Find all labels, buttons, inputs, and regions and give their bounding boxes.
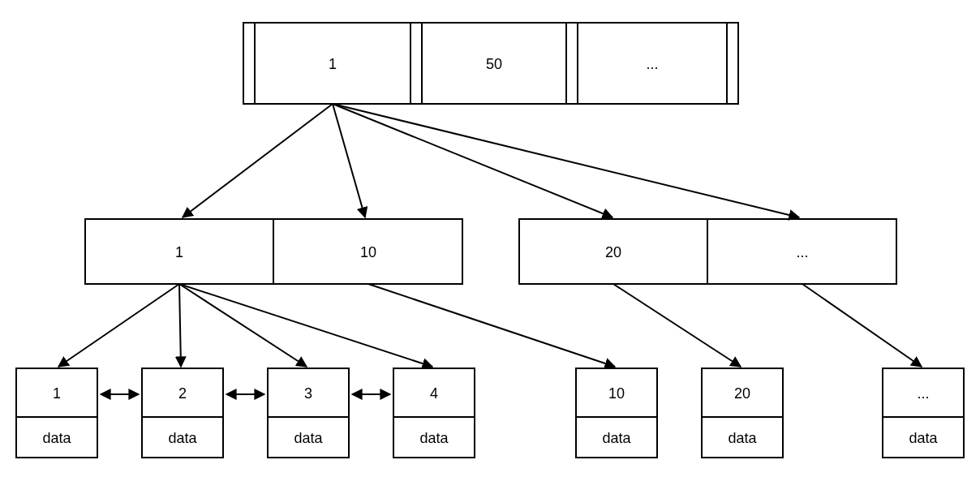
svg-line-29	[333, 104, 799, 217]
mid-right-node: 20 ...	[519, 219, 896, 284]
svg-rect-7	[727, 23, 738, 104]
leaf-1: 2 data	[142, 368, 223, 458]
svg-line-30	[58, 284, 179, 367]
svg-rect-1	[243, 23, 255, 104]
root-cell-1: 50	[486, 56, 502, 72]
leaf-3-data: data	[419, 430, 449, 446]
leaf-4-key: 10	[608, 385, 625, 402]
svg-line-33	[179, 284, 432, 367]
leaf-2-key: 3	[304, 385, 312, 402]
leaf-0-key: 1	[53, 385, 61, 402]
root-node: 1 50 ...	[243, 23, 738, 104]
leaf-4: 10 data	[576, 368, 657, 458]
leaf-0: 1 data	[16, 368, 97, 458]
leaf-1-key: 2	[178, 385, 187, 402]
mid-right-cell-1: ...	[796, 244, 808, 260]
leaf-3: 4 data	[393, 368, 475, 458]
leaf-5-key: 20	[734, 385, 750, 402]
svg-rect-5	[566, 23, 578, 104]
svg-line-26	[183, 104, 333, 217]
midleft-arrows	[58, 284, 432, 367]
leaf-5: 20 data	[702, 368, 783, 458]
mid-left-node: 1 10	[85, 219, 462, 284]
root-cell-0: 1	[329, 56, 337, 72]
leaf-6-data: data	[909, 430, 938, 446]
svg-rect-3	[410, 23, 422, 104]
leaf-6-key: ...	[917, 385, 929, 402]
svg-line-36	[802, 284, 922, 367]
leaf-4-data: data	[602, 430, 631, 446]
mid-left-cell-1: 10	[360, 244, 376, 260]
leaf-2: 3 data	[268, 368, 349, 458]
svg-line-32	[179, 284, 307, 367]
leaf-1-data: data	[168, 430, 197, 446]
leaf-5-data: data	[728, 430, 757, 446]
root-arrows	[183, 104, 799, 217]
svg-line-34	[368, 284, 615, 367]
leaf-6: ... data	[883, 368, 964, 458]
midleft-10-arrow	[368, 284, 615, 367]
mid-right-cell-0: 20	[605, 244, 621, 260]
root-cell-2: ...	[646, 56, 658, 72]
mid-left-cell-0: 1	[175, 244, 183, 260]
midright-arrows	[613, 284, 922, 367]
leaf-0-data: data	[42, 430, 71, 446]
svg-line-27	[333, 104, 365, 217]
svg-line-35	[613, 284, 741, 367]
svg-line-31	[179, 284, 181, 367]
leaf-2-data: data	[294, 430, 323, 446]
svg-line-28	[333, 104, 612, 217]
btree-diagram: 1 50 ... 1 10 20 ... 1 data 2 data 3 dat…	[0, 0, 980, 503]
leaf-3-key: 4	[430, 385, 438, 402]
